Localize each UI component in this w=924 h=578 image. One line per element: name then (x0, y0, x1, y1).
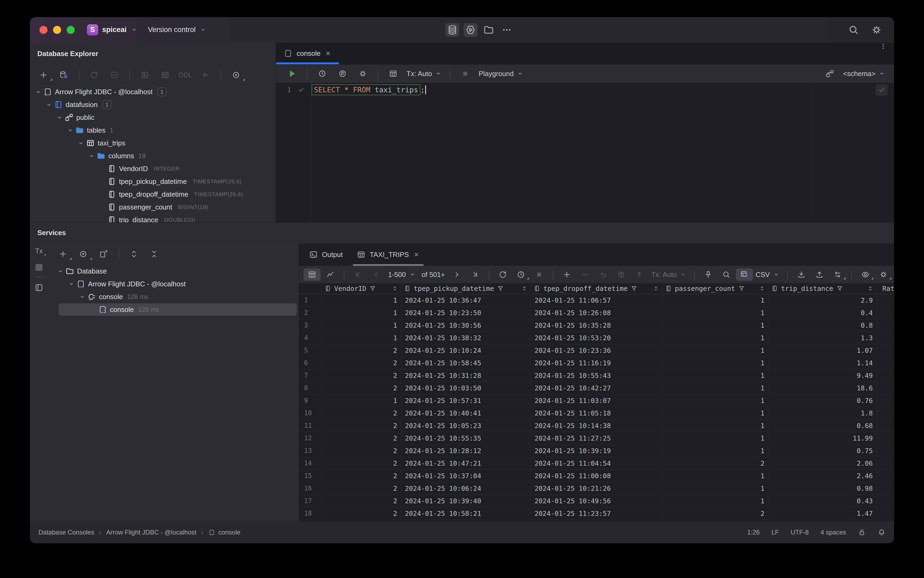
cell[interactable]: 1 (662, 319, 768, 331)
column-header-tpep-pickup-datetime[interactable]: tpep_pickup_datetime (401, 283, 531, 294)
grid-clock-button[interactable] (512, 268, 530, 281)
grid-1-500-button[interactable]: 1-500 (386, 268, 418, 281)
cell[interactable] (877, 332, 894, 344)
row-number[interactable]: 12 (299, 432, 322, 444)
cell[interactable]: 2024-01-25 10:39:19 (531, 445, 662, 457)
chevron-down-icon[interactable] (66, 278, 76, 290)
cell[interactable] (877, 482, 894, 495)
services-tree-item-console[interactable]: console126 ms (48, 290, 299, 303)
editor-tx-auto-button[interactable]: Tx: Auto (404, 67, 444, 81)
services-scope-button[interactable] (74, 247, 92, 261)
cell[interactable]: 0.8 (768, 319, 877, 331)
cell[interactable] (877, 357, 894, 369)
row-number[interactable]: 1 (299, 294, 322, 306)
cell[interactable]: 11.99 (768, 432, 877, 444)
statusbar-1-26[interactable]: 1:26 (747, 529, 760, 536)
cell[interactable]: 2024-01-25 10:26:08 (531, 307, 662, 319)
cell[interactable]: 2024-01-25 10:21:26 (531, 482, 662, 495)
cell[interactable]: 2024-01-25 10:47:21 (401, 457, 531, 469)
cell[interactable]: 1 (662, 482, 768, 495)
services-opennew-button[interactable] (94, 247, 113, 261)
cell[interactable]: 0.98 (768, 482, 877, 495)
editor-area[interactable]: 1 SELECT * FROM taxi_trips; (276, 83, 894, 222)
cell[interactable]: 2 (322, 357, 401, 369)
cell[interactable]: 2024-01-25 10:39:40 (401, 495, 531, 507)
cell[interactable]: 1.14 (768, 357, 877, 369)
cell[interactable]: 2 (322, 432, 401, 444)
db-tree-item-vendorid[interactable]: VendorIDINTEGER (30, 162, 276, 175)
cell[interactable]: 0.4 (768, 307, 877, 319)
row-number[interactable]: 15 (299, 470, 322, 482)
column-header-passenger-count[interactable]: passenger_count (662, 283, 768, 294)
cell[interactable]: 2 (662, 507, 768, 520)
close-icon[interactable] (325, 50, 332, 57)
cell[interactable]: 1.07 (768, 344, 877, 357)
cell[interactable]: 2024-01-25 10:58:21 (401, 507, 531, 520)
cell[interactable]: 2024-01-25 10:23:50 (401, 307, 531, 319)
cell[interactable] (877, 395, 894, 407)
project-name-button[interactable]: spiceai (102, 26, 127, 34)
db-tree-item-tpep-pickup-datetime[interactable]: tpep_pickup_datetimeTIMESTAMP(26,6) (30, 175, 276, 188)
editor-tableicon-button[interactable] (384, 67, 402, 81)
cell[interactable] (877, 407, 894, 419)
bell-icon[interactable] (878, 528, 885, 536)
row-number[interactable]: 16 (299, 482, 322, 495)
cell[interactable]: 2024-01-25 10:55:35 (401, 432, 531, 444)
chevron-down-icon[interactable] (77, 290, 87, 303)
cell[interactable]: 1.47 (768, 507, 877, 520)
cell[interactable]: 2024-01-25 11:05:18 (531, 407, 662, 419)
cell[interactable]: 2 (322, 482, 401, 495)
row-number[interactable]: 14 (299, 457, 322, 469)
filter-icon[interactable] (497, 285, 504, 292)
chevron-down-icon[interactable] (86, 149, 97, 162)
cell[interactable]: 2024-01-25 11:23:57 (531, 507, 662, 520)
cell[interactable]: 2024-01-25 10:49:56 (531, 495, 662, 507)
db-tree-item-taxi-trips[interactable]: taxi_trips (30, 136, 276, 149)
cell[interactable]: 1 (322, 307, 401, 319)
grid-navnext-button[interactable] (448, 268, 465, 281)
db-tree-item-passenger-count[interactable]: passenger_countBIGINT(19) (30, 201, 276, 213)
chevron-down-icon[interactable] (65, 124, 75, 136)
dbx-scope-button[interactable] (227, 68, 245, 82)
row-number[interactable]: 8 (299, 382, 322, 394)
cell[interactable]: 1 (662, 407, 768, 419)
grid-upload-button[interactable] (811, 268, 828, 281)
breadcrumb-item-database-consoles[interactable]: Database Consoles (39, 529, 94, 536)
cell[interactable]: 1 (322, 395, 401, 407)
cell[interactable]: 2024-01-25 10:05:23 (401, 419, 531, 432)
row-number[interactable]: 10 (299, 407, 322, 419)
cell[interactable]: 2 (322, 495, 401, 507)
statusbar-lf[interactable]: LF (772, 529, 779, 536)
statusbar-4-spaces[interactable]: 4 spaces (820, 529, 846, 536)
sort-icon[interactable] (521, 285, 528, 292)
close-icon[interactable] (413, 251, 420, 258)
cell[interactable]: 2024-01-25 10:53:20 (531, 332, 662, 344)
services-add-button[interactable] (53, 247, 72, 261)
grid-tablefilter-button[interactable] (736, 268, 753, 281)
cell[interactable]: 2024-01-25 10:58:45 (401, 357, 531, 369)
column-header-rate[interactable]: Rate (877, 283, 894, 294)
cell[interactable]: 0.43 (768, 495, 877, 507)
cell[interactable]: 1 (662, 369, 768, 382)
chevron-down-icon[interactable] (54, 111, 65, 124)
services-tree-item-database[interactable]: Database (48, 265, 299, 278)
cell[interactable] (877, 445, 894, 457)
grid-search-button[interactable] (718, 268, 735, 281)
cell[interactable]: 2 (322, 445, 401, 457)
db-tree-item-tpep-dropoff-datetime[interactable]: tpep_dropoff_datetimeTIMESTAMP(26,6) (30, 188, 276, 201)
grid-csv-button[interactable]: CSV (753, 268, 782, 281)
filter-icon[interactable] (836, 285, 843, 292)
dbcyl-button[interactable] (446, 23, 459, 37)
cell[interactable]: 1 (662, 382, 768, 394)
sort-icon[interactable] (652, 285, 660, 292)
breadcrumb-item-arrow-flight-jdbc-localhost[interactable]: Arrow Flight JDBC - @localhost (106, 529, 196, 536)
sql-statement[interactable]: SELECT * FROM taxi_trips (311, 84, 420, 95)
cell[interactable]: 2 (322, 382, 401, 394)
cell[interactable]: 1 (662, 307, 768, 319)
row-number[interactable]: 6 (299, 357, 322, 369)
cell[interactable] (877, 432, 894, 444)
cell[interactable] (877, 382, 894, 394)
cell[interactable]: 1 (662, 495, 768, 507)
kebab-menu-icon[interactable] (879, 42, 887, 50)
cell[interactable]: 2024-01-25 10:57:31 (401, 395, 531, 407)
